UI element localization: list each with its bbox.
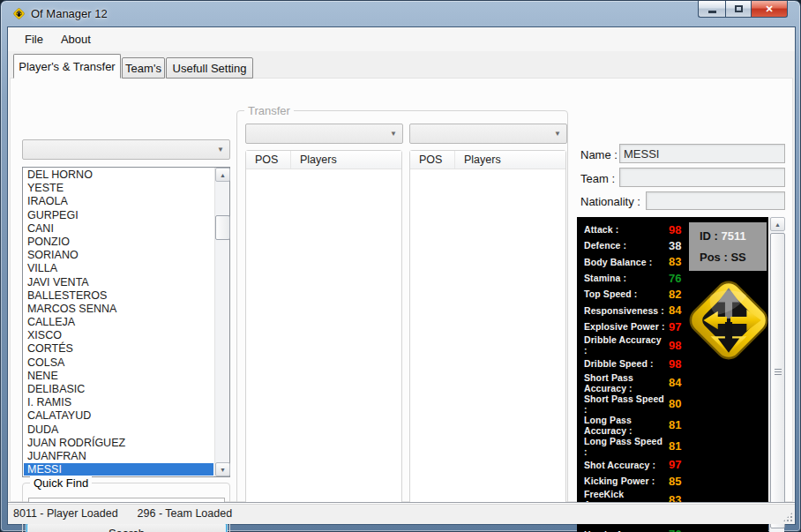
team-input[interactable]	[619, 168, 785, 187]
stat-row: Dribble Speed :98	[584, 356, 699, 371]
menu-bar: File About	[8, 27, 795, 51]
stat-label: Defence :	[584, 240, 665, 251]
column-pos[interactable]: POS	[410, 151, 455, 169]
player-list-item[interactable]: XISCO	[24, 329, 213, 342]
player-list-item[interactable]: DUDA	[24, 423, 213, 437]
tab-players-transfer[interactable]: Player's & Transfer	[13, 54, 121, 79]
quick-find-label: Quick Find	[30, 476, 92, 490]
player-list-item[interactable]: YESTE	[24, 182, 213, 195]
player-stats-panel: Attack :98Defence :38Body Balance :83Sta…	[577, 217, 768, 532]
column-pos[interactable]: POS	[246, 151, 291, 169]
player-list-item[interactable]: MESSI	[24, 463, 213, 476]
stat-value: 83	[669, 255, 681, 268]
player-list-item[interactable]: I. RAMIS	[24, 396, 213, 409]
stat-value: 85	[669, 475, 681, 488]
maximize-icon	[735, 5, 743, 12]
app-logo	[684, 275, 774, 365]
menu-file[interactable]: File	[16, 29, 52, 49]
id-label: ID :	[700, 229, 718, 243]
transfer-from-listview[interactable]: POS Players	[245, 150, 402, 511]
player-list-item[interactable]: MARCOS SENNA	[24, 303, 213, 316]
tab-teams[interactable]: Team's	[122, 57, 165, 79]
stat-label: Body Balance :	[584, 257, 665, 267]
stat-value: 97	[669, 458, 681, 471]
scrollbar-thumb[interactable]	[215, 215, 230, 240]
team-label: Team :	[580, 172, 615, 185]
stat-row: Short Pass Accuracy :84	[584, 372, 699, 393]
transfer-from-combobox[interactable]: ▼	[245, 124, 403, 144]
player-list-item[interactable]: CORTÉS	[24, 342, 213, 356]
stat-label: Stamina :	[584, 273, 665, 283]
stat-label: Shot Accuracy :	[584, 460, 665, 470]
stat-label: Top Speed :	[584, 288, 665, 299]
player-list-item[interactable]: JUANFRAN	[24, 450, 213, 463]
scroll-down-icon[interactable]: ▼	[215, 462, 230, 476]
player-list: DEL HORNOYESTEIRAOLAGURPEGICANIPONZIOSOR…	[24, 169, 213, 476]
pos-value: SS	[730, 251, 745, 264]
name-label: Name :	[580, 148, 618, 161]
player-listbox[interactable]: DEL HORNOYESTEIRAOLAGURPEGICANIPONZIOSOR…	[22, 167, 230, 477]
stat-label: Responsiveness :	[584, 305, 665, 316]
scrollbar-thumb[interactable]	[770, 233, 785, 528]
stat-label: Attack :	[584, 224, 665, 235]
stat-value: 84	[669, 376, 681, 389]
stat-row: Dribble Accuracy :98	[584, 334, 699, 356]
player-list-item[interactable]: DELIBASIC	[24, 383, 213, 396]
name-input[interactable]	[619, 144, 785, 163]
tab-page: ▼ DEL HORNOYESTEIRAOLAGURPEGICANIPONZIOS…	[10, 78, 793, 502]
close-icon: ✕	[765, 4, 773, 15]
stat-value: 82	[669, 288, 681, 301]
maximize-button[interactable]	[725, 1, 751, 18]
player-list-item[interactable]: JAVI VENTA	[24, 276, 213, 289]
title-bar[interactable]: Of Manager 12 ✕	[1, 1, 800, 27]
stat-value: 76	[669, 528, 681, 532]
team-select-combobox[interactable]: ▼	[22, 139, 230, 160]
transfer-to-listview[interactable]: POS Players	[409, 150, 566, 511]
stat-row: Stamina :76	[584, 270, 699, 286]
tab-usefull-setting[interactable]: Usefull Setting	[166, 57, 253, 79]
close-button[interactable]: ✕	[751, 1, 788, 18]
player-list-item[interactable]: COLSA	[24, 356, 213, 370]
pos-label: Pos :	[700, 251, 728, 264]
client-area: File About Player's & Transfer Team's Us…	[8, 27, 795, 524]
transfer-to-combobox[interactable]: ▼	[409, 124, 567, 144]
player-list-item[interactable]: GURPEGI	[24, 209, 213, 222]
minimize-icon	[708, 11, 716, 13]
player-list-item[interactable]: CANI	[24, 222, 213, 236]
player-list-item[interactable]: VILLA	[24, 262, 213, 275]
minimize-button[interactable]	[698, 1, 725, 18]
stats-scrollbar[interactable]: ▲ ▼	[769, 217, 784, 532]
player-list-item[interactable]: BALLESTEROS	[24, 289, 213, 303]
player-list-item[interactable]: IRAOLA	[24, 195, 213, 208]
player-list-item[interactable]: CALLEJA	[24, 316, 213, 329]
stat-value: 80	[669, 397, 681, 410]
menu-about[interactable]: About	[52, 29, 100, 49]
nationality-input[interactable]	[646, 191, 785, 210]
scroll-up-icon[interactable]: ▲	[215, 168, 230, 182]
stat-row: HeaderAccuracy :76	[584, 527, 699, 532]
player-list-item[interactable]: NENE	[24, 370, 213, 383]
players-loaded-status: 8011 - Player Loaded	[13, 507, 118, 520]
stats-list: Attack :98Defence :38Body Balance :83Sta…	[584, 221, 699, 532]
stat-value: 76	[669, 272, 681, 285]
chevron-down-icon: ▼	[550, 125, 565, 142]
player-list-scrollbar[interactable]: ▲ ▼	[214, 168, 229, 476]
player-list-item[interactable]: JUAN RODRÍGUEZ	[24, 437, 213, 450]
stat-label: Long Pass Speed :	[584, 436, 665, 457]
stat-value: 98	[669, 357, 681, 371]
teams-loaded-status: 296 - Team Loaded	[138, 507, 233, 520]
player-list-item[interactable]: PONZIO	[24, 236, 213, 249]
stat-row: Long Pass Accuracy :81	[584, 415, 699, 436]
column-players[interactable]: Players	[455, 151, 506, 169]
chevron-down-icon: ▼	[386, 125, 401, 142]
transfer-groupbox: Transfer ▼ ▼ POS Players	[236, 110, 568, 519]
resize-grip-icon[interactable]	[782, 512, 793, 522]
scroll-up-icon[interactable]: ▲	[770, 217, 785, 231]
column-players[interactable]: Players	[291, 151, 342, 169]
player-list-item[interactable]: DEL HORNO	[24, 169, 213, 182]
stat-value: 38	[669, 239, 681, 252]
player-list-item[interactable]: CALATAYUD	[24, 409, 213, 423]
stat-row: Shot Accuracy :97	[584, 457, 699, 473]
stat-label: Long Pass Accuracy :	[584, 415, 665, 436]
player-list-item[interactable]: SORIANO	[24, 249, 213, 262]
